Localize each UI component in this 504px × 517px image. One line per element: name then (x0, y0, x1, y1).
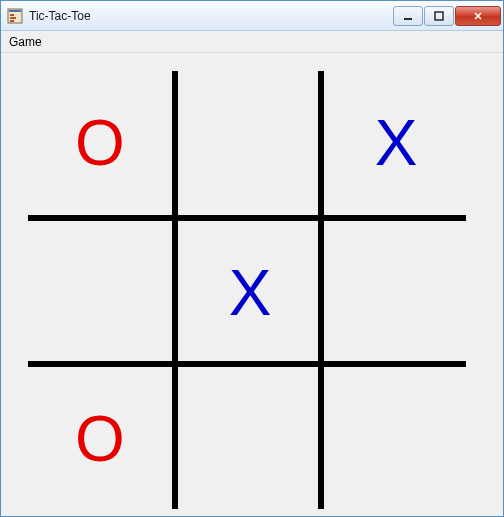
window-title: Tic-Tac-Toe (29, 9, 392, 23)
cell-1-0[interactable] (28, 221, 172, 365)
cell-1-2[interactable] (324, 221, 468, 365)
cell-0-1[interactable] (178, 71, 322, 215)
minimize-button[interactable] (393, 6, 423, 26)
cell-1-1[interactable]: X (178, 221, 322, 365)
maximize-icon (434, 11, 444, 21)
app-window: Tic-Tac-Toe Game (0, 0, 504, 517)
window-controls (392, 6, 501, 26)
svg-rect-3 (10, 17, 16, 19)
cell-0-0[interactable]: O (28, 71, 172, 215)
svg-rect-1 (9, 10, 21, 12)
cell-0-2[interactable]: X (324, 71, 468, 215)
svg-rect-5 (404, 18, 412, 20)
minimize-icon (403, 11, 413, 21)
titlebar: Tic-Tac-Toe (1, 1, 503, 31)
cell-2-1[interactable] (178, 367, 322, 511)
menubar: Game (1, 31, 503, 53)
app-icon (7, 8, 23, 24)
svg-rect-4 (10, 20, 14, 22)
client-area: O X X O (1, 53, 503, 516)
menu-game[interactable]: Game (1, 31, 50, 52)
cell-2-2[interactable] (324, 367, 468, 511)
svg-rect-2 (10, 14, 14, 16)
close-icon (473, 11, 483, 21)
close-button[interactable] (455, 6, 501, 26)
svg-rect-6 (435, 12, 443, 20)
maximize-button[interactable] (424, 6, 454, 26)
cell-2-0[interactable]: O (28, 367, 172, 511)
game-board: O X X O (28, 71, 466, 509)
